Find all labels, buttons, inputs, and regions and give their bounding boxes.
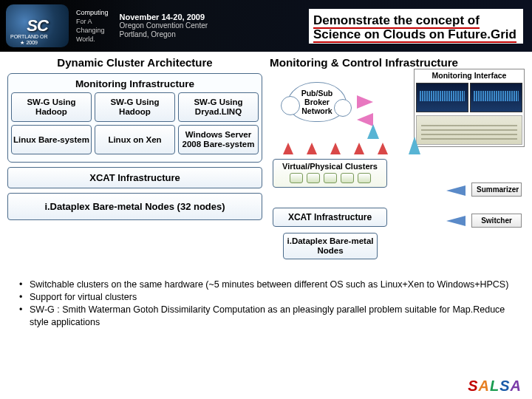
sc-logo: SC PORTLAND OR★ 2009 <box>6 4 69 47</box>
salsa-logo: SALSA <box>468 378 522 395</box>
bullet-1: Switchable clusters on the same hardware… <box>22 279 522 291</box>
cell-swg-hadoop-2: SW-G Using Hadoop <box>95 92 175 122</box>
arrow-red-up-3-icon <box>330 143 341 154</box>
arrow-red-up-1-icon <box>283 143 293 154</box>
right-heading: Monitoring & Control Infrastructure <box>270 56 525 69</box>
os-row: Linux Bare-system Linux on Xen Windows S… <box>11 125 259 154</box>
cell-swg-dryad: SW-G Using Dryad.LINQ <box>178 92 259 122</box>
node-icon <box>324 173 337 183</box>
switcher-box: Switcher <box>471 214 522 228</box>
monitor-screens <box>415 81 524 114</box>
arrow-cyan-up-2-icon <box>409 137 420 154</box>
bullet-3: SW-G : Smith Waterman Gotoh Dissimilarit… <box>22 304 522 329</box>
cell-windows: Windows Server 2008 Bare-system <box>178 125 259 154</box>
cell-linux-xen: Linux on Xen <box>95 125 175 154</box>
monitoring-infra-panel: Monitoring Infrastructure SW-G Using Had… <box>7 73 262 163</box>
pubsub-cloud: Pub/Sub Broker Network <box>287 82 347 122</box>
slide-title: Demonstrate the concept of Science on Cl… <box>309 9 523 44</box>
cell-linux-bare: Linux Bare-system <box>11 125 92 154</box>
app-row: SW-G Using Hadoop SW-G Using Hadoop SW-G… <box>11 92 259 122</box>
xcat-box-right: XCAT Infrastructure <box>273 208 387 227</box>
screen-1 <box>416 83 468 112</box>
right-column: Monitoring & Control Infrastructure Pub/… <box>270 56 525 276</box>
screen-3 <box>416 115 522 145</box>
banner-tagline: Computing For A Changing World. <box>76 8 109 44</box>
node-icon <box>358 173 371 183</box>
vpc-box: Virtual/Physical Clusters <box>273 159 387 188</box>
banner: SC PORTLAND OR★ 2009 Computing For A Cha… <box>0 0 532 52</box>
panel-title: Monitoring Infrastructure <box>11 78 259 89</box>
bullet-list: Switchable clusters on the same hardware… <box>0 276 532 332</box>
arrow-blue-left-1-icon <box>446 185 466 196</box>
banner-conference: November 14-20, 2009 Oregon Convention C… <box>120 13 208 39</box>
node-icon <box>307 173 320 183</box>
arrow-pink-right-icon <box>357 95 373 109</box>
xcat-bar: XCAT Infrastructure <box>7 167 262 188</box>
vpc-label: Virtual/Physical Clusters <box>276 162 383 171</box>
left-heading: Dynamic Cluster Architecture <box>7 56 262 69</box>
idataplex-bar: i.Dataplex Bare-metal Nodes (32 nodes) <box>7 193 262 220</box>
main-content: Dynamic Cluster Architecture Monitoring … <box>0 52 532 276</box>
arrow-red-up-2-icon <box>307 143 317 154</box>
vpc-nodes <box>276 173 383 183</box>
arrow-red-up-4-icon <box>354 143 364 154</box>
arrow-red-up-5-icon <box>378 143 388 154</box>
screen-2 <box>470 83 522 112</box>
idataplex-box-right: i.Dataplex Bare-metal Nodes <box>283 233 378 259</box>
monitor-head: Monitoring Interface <box>415 69 524 81</box>
node-icon <box>341 173 354 183</box>
arrow-cyan-up-icon <box>367 124 379 139</box>
cell-swg-hadoop-1: SW-G Using Hadoop <box>11 92 92 122</box>
bullet-2: Support for virtual clusters <box>22 291 522 304</box>
summarizer-box: Summarizer <box>471 183 522 197</box>
left-column: Dynamic Cluster Architecture Monitoring … <box>7 56 262 276</box>
logo-sub: PORTLAND OR★ 2009 <box>10 34 47 46</box>
diagram: Pub/Sub Broker Network Monitoring Interf… <box>270 69 525 276</box>
node-icon <box>290 173 303 183</box>
monitoring-interface-box: Monitoring Interface <box>414 69 525 147</box>
logo-text: SC <box>27 16 48 35</box>
arrow-blue-left-2-icon <box>446 216 466 226</box>
